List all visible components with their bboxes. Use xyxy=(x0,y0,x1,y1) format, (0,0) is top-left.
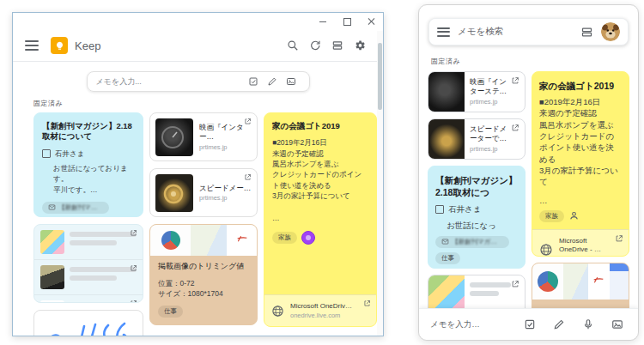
trim-position: 位置：0-72 xyxy=(158,278,249,288)
new-drawing-button[interactable] xyxy=(263,76,282,87)
note-link-list[interactable]: 他 4 件 xyxy=(33,224,143,303)
collaborator-avatar[interactable] xyxy=(301,231,315,245)
search-bar[interactable]: メモを検索 xyxy=(428,18,629,45)
note-drawing[interactable] xyxy=(33,310,143,336)
checklist-item[interactable]: 石井さま xyxy=(435,203,518,215)
new-note-input[interactable]: メモを入力... xyxy=(87,71,310,92)
mail-icon xyxy=(48,203,56,211)
link-preview-row[interactable] xyxy=(34,225,143,259)
new-audio-button[interactable] xyxy=(574,318,603,330)
minimize-button[interactable] xyxy=(311,14,335,29)
label-chip-work[interactable]: 仕事 xyxy=(158,306,183,318)
label-chip-family[interactable]: 家族 xyxy=(272,232,297,244)
view-toggle-button[interactable] xyxy=(580,26,593,39)
note-ellipsis: … xyxy=(272,213,368,223)
label-chip-work[interactable]: 仕事 xyxy=(435,252,460,264)
chip-label: 【新創刊マガジ… xyxy=(58,203,103,212)
globe-icon xyxy=(271,305,284,318)
scrollbar[interactable] xyxy=(377,31,383,336)
mail-icon xyxy=(441,238,449,245)
note-trim[interactable]: 掲載画像のトリミング値 位置：0-72 サイズ：1080*1704 仕事 xyxy=(149,224,258,325)
link-title: スピードメー… xyxy=(199,184,251,193)
note-interview[interactable]: 【新創刊マガジン】2.18取材につ 石井さま お世話になっ 【新創刊マガジ… 仕… xyxy=(428,166,526,269)
link-preview-footer[interactable]: Microsoft OneDriv… onedrive.live.com xyxy=(264,294,376,326)
open-link-icon[interactable] xyxy=(363,300,371,307)
view-toggle-button[interactable] xyxy=(326,34,349,57)
open-link-icon[interactable] xyxy=(130,264,137,272)
label-chip-blurred[interactable]: 【新創刊マガジ… xyxy=(42,202,109,214)
card-movie-link[interactable]: 映画『インター… prtimes.jp xyxy=(149,112,258,161)
open-link-icon[interactable] xyxy=(511,124,519,132)
link-thumbnail xyxy=(40,230,64,254)
note-body: ■2019年2月16日 来週の予定確認 風呂水ポンプを選ぶ クレジットカードのポ… xyxy=(272,137,368,201)
note-ellipsis: … xyxy=(539,195,622,206)
checkbox-icon[interactable] xyxy=(435,205,444,214)
search-placeholder: メモを検索 xyxy=(458,26,573,38)
link-url: onedrive.live.c… xyxy=(559,255,609,257)
new-image-button[interactable] xyxy=(603,318,632,330)
minimize-icon xyxy=(319,21,326,22)
refresh-button[interactable] xyxy=(304,34,326,57)
link-site: prtimes.jp xyxy=(199,143,252,151)
settings-button[interactable] xyxy=(349,34,371,57)
scrollbar-thumb[interactable] xyxy=(378,43,382,110)
open-link-icon[interactable] xyxy=(244,173,252,181)
app-bar: Keep xyxy=(13,30,383,62)
close-button[interactable] xyxy=(359,14,383,29)
open-link-icon[interactable] xyxy=(130,229,137,237)
new-drawing-button[interactable] xyxy=(544,318,574,330)
blurred-text xyxy=(470,281,511,296)
new-image-button[interactable] xyxy=(282,76,301,87)
note-interview[interactable]: 【新創刊マガジン】2.18 取材について 石井さま お世話になっております。 平… xyxy=(33,112,143,217)
link-title: Microsoft OneDriv… xyxy=(290,302,352,311)
open-link-icon[interactable] xyxy=(615,234,623,243)
blurred-text xyxy=(70,300,137,303)
collaborator-icon[interactable] xyxy=(568,210,580,221)
open-link-icon[interactable] xyxy=(130,300,137,303)
maximize-button[interactable] xyxy=(335,14,359,29)
link-site: prtimes.jp xyxy=(199,194,251,202)
card-speed-link[interactable]: スピードメー… prtimes.jp xyxy=(149,168,258,217)
note-meeting[interactable]: 家の会議ゴト2019 ■2019年2月16日 来週の予定確認 風呂水ポンプを選ぶ… xyxy=(264,112,377,327)
note-title: 家の会議ゴト2019 xyxy=(272,121,368,131)
link-preview-row[interactable] xyxy=(34,259,143,294)
note-title: 掲載画像のトリミング値 xyxy=(158,262,249,272)
checklist-label: 石井さま xyxy=(55,148,84,159)
search-button[interactable] xyxy=(282,34,304,57)
menu-button[interactable] xyxy=(25,40,39,51)
note-body: ■2019年2月16日 来週の予定確認 風呂水ポンプを選ぶ クレジットカードのポ… xyxy=(539,96,622,187)
keep-logo-icon xyxy=(51,37,68,54)
note-title: 家の会議ゴト2019 xyxy=(539,80,622,92)
link-thumbnail xyxy=(40,300,64,303)
label-chip-family[interactable]: 家族 xyxy=(539,210,564,222)
note-meeting[interactable]: 家の会議ゴト2019 ■2019年2月16日 来週の予定確認 風呂水ポンプを選ぶ… xyxy=(532,71,629,257)
card-speed-link[interactable]: スピードメーターで… prtimes.jp xyxy=(428,118,526,160)
card-movie-link[interactable]: 映画『インターステ… prtimes.jp xyxy=(428,71,526,112)
new-list-button[interactable] xyxy=(515,318,544,330)
link-url: onedrive.live.com xyxy=(290,312,352,319)
globe-icon xyxy=(539,243,553,257)
checklist-item[interactable]: 石井さま xyxy=(42,148,135,159)
pinned-section-label: 固定済み xyxy=(33,99,383,108)
link-site: prtimes.jp xyxy=(470,145,513,153)
link-preview-footer[interactable]: Microsoft OneDrive - … onedrive.live.c… xyxy=(532,229,629,257)
checkbox-icon[interactable] xyxy=(42,149,51,158)
checklist-label: 石井さま xyxy=(448,203,481,215)
open-link-icon[interactable] xyxy=(244,118,252,125)
link-title: 映画『インター… xyxy=(199,123,252,141)
menu-button[interactable] xyxy=(437,27,450,37)
watch-image xyxy=(155,174,193,212)
open-link-icon[interactable] xyxy=(511,280,519,288)
handwriting-drawing xyxy=(41,318,136,336)
account-avatar[interactable] xyxy=(601,22,620,41)
note-body: お世話になっております。 平川です。… xyxy=(42,163,135,195)
new-list-button[interactable] xyxy=(244,76,263,87)
desktop-content: メモを入力... 固定済み 【新創刊マガジン】2.18 取材について 石井さま xyxy=(13,71,383,336)
chip-label: 仕事 xyxy=(441,254,454,263)
label-chip-blurred[interactable]: 【新創刊マガジ… xyxy=(435,236,509,248)
window-titlebar xyxy=(13,13,383,30)
open-link-icon[interactable] xyxy=(511,76,519,85)
new-note-placeholder[interactable]: メモを入力… xyxy=(430,319,515,330)
link-preview-row[interactable] xyxy=(34,294,143,303)
link-site: prtimes.jp xyxy=(470,98,513,106)
